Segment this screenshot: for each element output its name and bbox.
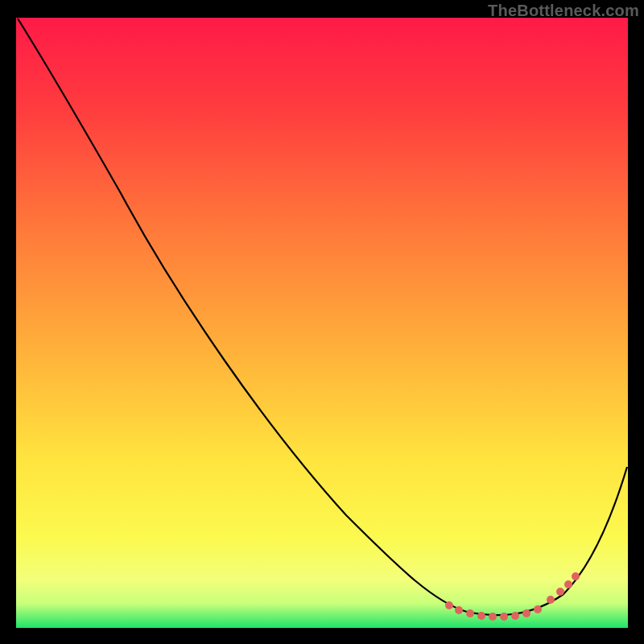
watermark-text: TheBottleneck.com (488, 2, 639, 20)
svg-point-4 (466, 609, 474, 617)
svg-point-5 (477, 612, 485, 620)
svg-point-10 (534, 605, 542, 613)
svg-point-11 (547, 596, 555, 604)
plot-area (16, 18, 628, 628)
svg-point-14 (572, 572, 580, 580)
svg-point-12 (556, 588, 564, 596)
svg-point-8 (511, 612, 519, 620)
chart-svg (0, 0, 644, 644)
svg-point-6 (489, 613, 497, 621)
svg-point-3 (455, 606, 463, 614)
svg-point-2 (445, 601, 453, 609)
svg-rect-0 (16, 18, 628, 628)
chart-container: TheBottleneck.com (0, 0, 644, 644)
svg-point-9 (522, 609, 530, 617)
svg-point-13 (564, 580, 572, 588)
svg-point-7 (500, 613, 508, 621)
